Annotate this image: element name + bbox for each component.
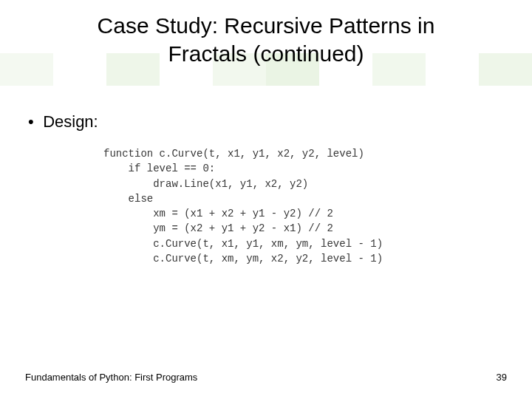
code-block: function c.Curve(t, x1, y1, x2, y2, leve… xyxy=(103,146,383,266)
code-line: if level == 0: xyxy=(103,163,215,174)
slide-title: Case Study: Recursive Patterns in Fracta… xyxy=(0,0,532,69)
code-line: draw.Line(x1, y1, x2, y2) xyxy=(103,178,308,190)
code-line: c.Curve(t, xm, ym, x2, y2, level - 1) xyxy=(103,253,383,265)
bullet-dot-icon: • xyxy=(28,112,38,132)
code-line: ym = (x2 + y1 + y2 - x1) // 2 xyxy=(103,222,333,234)
page-number: 39 xyxy=(497,372,507,383)
bullet-design: • Design: xyxy=(28,112,98,132)
code-line: else xyxy=(103,193,153,205)
slide: Case Study: Recursive Patterns in Fracta… xyxy=(0,0,532,399)
bullet-label: Design: xyxy=(43,112,98,131)
title-line-2: Fractals (continued) xyxy=(0,40,532,68)
footer-text: Fundamentals of Python: First Programs xyxy=(25,372,197,383)
title-line-1: Case Study: Recursive Patterns in xyxy=(0,12,532,40)
code-line: xm = (x1 + x2 + y1 - y2) // 2 xyxy=(103,208,333,219)
code-line: function c.Curve(t, x1, y1, x2, y2, leve… xyxy=(103,148,364,160)
code-line: c.Curve(t, x1, y1, xm, ym, level - 1) xyxy=(103,238,383,250)
